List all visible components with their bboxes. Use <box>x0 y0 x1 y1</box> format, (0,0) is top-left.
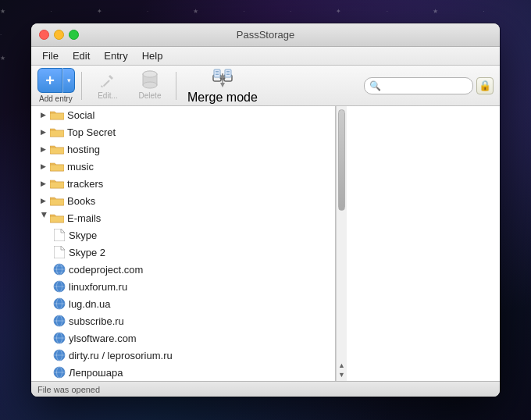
main-window: PassStorage File Edit Entry Help + ▾ Add… <box>31 23 500 397</box>
tree-item-music[interactable]: ▶ music <box>31 158 335 175</box>
add-entry-label: Add entry <box>39 94 73 103</box>
chevron-icon: ▶ <box>37 178 48 189</box>
tree-item-label: subscribe.ru <box>69 315 124 327</box>
svg-rect-23 <box>50 113 64 119</box>
edit-label: Edit... <box>98 91 118 100</box>
tree-item-books[interactable]: ▶ Books <box>31 192 335 209</box>
window-title: PassStorage <box>237 29 294 41</box>
web-icon <box>53 297 66 310</box>
tree-item-trackers[interactable]: ▶ trackers <box>31 175 335 192</box>
chevron-icon: ▶ <box>37 161 48 172</box>
tree-scroll[interactable]: ▶ Social ▶ <box>31 106 335 381</box>
tree-item-subscribe[interactable]: subscribe.ru <box>31 312 335 329</box>
tree-item-lugdnua[interactable]: lug.dn.ua <box>31 295 335 312</box>
tree-item-emails[interactable]: ▶ E-mails <box>31 209 335 226</box>
svg-marker-22 <box>220 83 225 87</box>
tree-item-label: Books <box>67 195 95 207</box>
tree-item-label: music <box>67 161 94 173</box>
menu-edit[interactable]: Edit <box>66 48 96 63</box>
maximize-button[interactable] <box>69 30 79 40</box>
scroll-up-arrow[interactable]: ▲ <box>337 361 347 370</box>
folder-icon <box>50 195 64 206</box>
tree-item-label: Лепрошара <box>69 367 123 379</box>
web-icon <box>53 280 66 293</box>
add-entry-group: + ▾ Add entry <box>37 68 75 103</box>
merge-icon <box>212 67 233 89</box>
traffic-lights <box>39 30 79 40</box>
tree-item-skype[interactable]: Skype <box>31 226 335 244</box>
delete-button[interactable]: Delete <box>130 68 169 103</box>
tree-item-label: Social <box>67 109 94 121</box>
scrollbar-thumb[interactable] <box>338 109 345 211</box>
svg-rect-28 <box>50 199 64 205</box>
tree-item-label: Top Secret <box>67 126 116 138</box>
titlebar: PassStorage <box>31 23 500 47</box>
tree-item-ylsoftware[interactable]: ylsoftware.com <box>31 329 335 347</box>
menu-help[interactable]: Help <box>136 48 169 63</box>
search-bar: 🔍 <box>364 77 473 94</box>
svg-point-5 <box>143 82 157 88</box>
search-icon: 🔍 <box>369 80 381 91</box>
tree-item-label: ylsoftware.com <box>69 333 137 344</box>
chevron-icon: ▶ <box>37 109 48 120</box>
close-button[interactable] <box>39 30 49 40</box>
svg-rect-25 <box>50 148 64 154</box>
tree-item-label: hosting <box>67 144 100 155</box>
scroll-down-arrow[interactable]: ▼ <box>337 370 347 379</box>
folder-icon <box>50 109 64 120</box>
svg-marker-2 <box>101 85 103 87</box>
web-icon <box>53 349 66 361</box>
tree-item-label: codeproject.com <box>69 264 143 276</box>
svg-rect-27 <box>50 182 64 188</box>
tree-item-hosting[interactable]: ▶ hosting <box>31 141 335 158</box>
web-icon <box>53 315 66 327</box>
menu-file[interactable]: File <box>36 48 65 63</box>
svg-rect-26 <box>50 165 64 171</box>
svg-rect-0 <box>103 80 110 87</box>
statusbar: File was opened <box>31 381 500 397</box>
chevron-icon: ▶ <box>37 195 48 206</box>
merge-mode-button[interactable]: Merge mode <box>183 66 262 106</box>
folder-icon <box>50 126 64 137</box>
chevron-icon: ▶ <box>37 144 48 155</box>
add-entry-inner: + ▾ <box>37 68 75 93</box>
tree-item-leproshara[interactable]: Лепрошара <box>31 364 335 381</box>
edit-icon <box>98 71 117 90</box>
svg-rect-24 <box>50 130 64 137</box>
add-entry-button[interactable]: + <box>37 68 62 93</box>
svg-rect-29 <box>50 216 64 222</box>
status-text: File was opened <box>37 385 100 394</box>
minimize-button[interactable] <box>54 30 64 40</box>
folder-icon <box>50 144 64 155</box>
chevron-icon: ▶ <box>37 212 48 223</box>
web-icon <box>53 332 66 344</box>
main-content: ▶ Social ▶ <box>31 106 500 381</box>
web-icon <box>53 263 66 276</box>
tree-item-skype2[interactable]: Skype 2 <box>31 244 335 261</box>
tree-item-dirty[interactable]: dirty.ru / leprosorium.ru <box>31 347 335 364</box>
svg-marker-1 <box>109 75 113 80</box>
merge-mode-label: Merge mode <box>187 91 258 105</box>
tree-item-linuxforum[interactable]: linuxforum.ru <box>31 278 335 295</box>
tree-item-topsecret[interactable]: ▶ Top Secret <box>31 123 335 141</box>
doc-icon <box>53 246 66 258</box>
tree-item-label: trackers <box>67 178 103 190</box>
menubar: File Edit Entry Help <box>31 47 500 66</box>
tree-item-social[interactable]: ▶ Social <box>31 106 335 123</box>
tree-item-label: lug.dn.ua <box>69 298 111 310</box>
doc-icon <box>53 229 66 241</box>
menu-entry[interactable]: Entry <box>98 48 134 63</box>
chevron-icon: ▶ <box>37 126 48 137</box>
toolbar: + ▾ Add entry Edit... <box>31 66 500 106</box>
scrollbar-track[interactable]: ▲ ▼ <box>336 106 347 381</box>
edit-button[interactable]: Edit... <box>88 68 127 103</box>
tree-item-codeproject[interactable]: codeproject.com <box>31 261 335 278</box>
lock-button[interactable]: 🔒 <box>476 77 494 94</box>
tree-panel: ▶ Social ▶ <box>31 106 336 381</box>
folder-icon <box>50 161 64 172</box>
tree-item-label: Skype <box>69 230 97 241</box>
folder-icon <box>50 212 64 223</box>
delete-label: Delete <box>139 91 162 100</box>
tree-item-label: Skype 2 <box>69 247 105 258</box>
add-entry-dropdown[interactable]: ▾ <box>62 68 75 93</box>
